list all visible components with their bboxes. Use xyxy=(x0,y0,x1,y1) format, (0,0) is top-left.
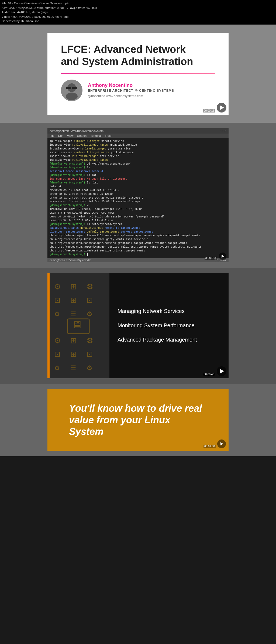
course-title: LFCE: Advanced Network and System Admini… xyxy=(61,43,215,68)
svg-point-2 xyxy=(66,93,78,100)
svg-text:🖥: 🖥 xyxy=(72,319,82,330)
play-button-4[interactable] xyxy=(217,439,226,448)
meta-audio: Audio: aac, 44100 Hz, stereo (eng) xyxy=(2,10,274,15)
play-icon-3 xyxy=(220,369,224,373)
frame-4: You'll know how to drive real value from… xyxy=(47,389,229,451)
terminal-status-path: demo@server0:/var/run/systemd/c... xyxy=(50,259,93,262)
timecode-1: 00:00:16 xyxy=(203,109,215,113)
play-icon-2 xyxy=(222,255,224,258)
terminal-body: iputils.target runlevel1.target xinetd.s… xyxy=(47,138,229,258)
timecode-2: 00:00:36 xyxy=(205,257,217,260)
svg-text:⚙: ⚙ xyxy=(54,310,60,318)
frame-4-headline: You'll know how to drive real value from… xyxy=(69,403,207,438)
frame-3-container: ⚙ ⊞ ⚙ ⊡ ⊞ ⊡ ⚙ ☰ ⚙ 🖥 ⚙ ⊞ ⚙ ⊡ ⊞ ⊡ ⚙ ☰ ⚙ xyxy=(0,268,276,384)
terminal-statusbar: demo@server0:/var/run/systemd/c... 1 1,6… xyxy=(47,258,229,262)
bullet-2: Monitoring System Performance xyxy=(118,322,220,329)
svg-text:⚙: ⚙ xyxy=(87,310,92,318)
svg-rect-4 xyxy=(72,87,77,89)
frame-2-container: demo@serverO:/var/run/systemd/system − □… xyxy=(0,123,276,268)
terminal-menubar[interactable]: File Edit View Search Terminal Help xyxy=(47,134,229,138)
svg-text:⊞: ⊞ xyxy=(70,350,77,358)
metadata-bar: File: 01 - Course Overview - Course Over… xyxy=(0,0,276,25)
menu-file[interactable]: File xyxy=(50,134,54,137)
svg-text:⚙: ⚙ xyxy=(54,282,61,291)
svg-text:⚙: ⚙ xyxy=(54,364,60,372)
frame-4-container: You'll know how to drive real value from… xyxy=(0,384,276,456)
avatar xyxy=(61,80,82,101)
author-social: @nocentino www.centinosystems.com xyxy=(88,94,174,98)
play-button-1[interactable] xyxy=(217,103,226,113)
svg-text:⊡: ⊡ xyxy=(54,296,60,304)
frame-2-terminal: demo@serverO:/var/run/systemd/system − □… xyxy=(47,128,229,262)
menu-view[interactable]: View xyxy=(67,134,74,137)
svg-text:☰: ☰ xyxy=(70,364,76,372)
svg-text:⊡: ⊡ xyxy=(87,350,93,358)
bullet-3: Advanced Package Management xyxy=(118,337,220,343)
frame-1: LFCE: Advanced Network and System Admini… xyxy=(47,33,229,115)
svg-text:⚙: ⚙ xyxy=(54,336,61,345)
play-icon-1 xyxy=(220,105,224,110)
title-divider xyxy=(61,73,215,74)
menu-help[interactable]: Help xyxy=(105,134,112,137)
frame-3-illustration: ⚙ ⊞ ⚙ ⊡ ⊞ ⊡ ⚙ ☰ ⚙ 🖥 ⚙ ⊞ ⚙ ⊡ ⊞ ⊡ ⚙ ☰ ⚙ xyxy=(47,273,109,378)
frame-3: ⚙ ⊞ ⚙ ⊡ ⊞ ⊡ ⚙ ☰ ⚙ 🖥 ⚙ ⊞ ⚙ ⊡ ⊞ ⊡ ⚙ ☰ ⚙ xyxy=(47,273,229,378)
author-name: Anthony Nocentino xyxy=(88,83,174,88)
play-icon-4 xyxy=(220,442,223,445)
terminal-controls: − □ × xyxy=(219,129,226,132)
svg-text:⚙: ⚙ xyxy=(87,364,92,372)
svg-text:⊡: ⊡ xyxy=(87,296,93,304)
timecode-3: 00:00:46 xyxy=(203,373,215,376)
author-section: Anthony Nocentino ENTERPRISE ARCHITECT @… xyxy=(61,80,215,101)
terminal-titlebar: demo@serverO:/var/run/systemd/system − □… xyxy=(47,128,229,134)
svg-text:⊞: ⊞ xyxy=(70,282,77,291)
meta-size: Size: 3437578 bytes (3.28 MiB), duration… xyxy=(2,6,274,10)
svg-text:⊞: ⊞ xyxy=(70,296,77,304)
meta-filename: File: 01 - Course Overview - Course Over… xyxy=(2,1,274,6)
svg-text:⚙: ⚙ xyxy=(87,282,93,291)
author-info: Anthony Nocentino ENTERPRISE ARCHITECT @… xyxy=(88,83,174,98)
terminal-title: demo@serverO:/var/run/systemd/system xyxy=(50,129,104,132)
menu-search[interactable]: Search xyxy=(77,134,87,137)
frame-1-container: LFCE: Advanced Network and System Admini… xyxy=(0,25,276,123)
menu-terminal[interactable]: Terminal xyxy=(90,134,102,137)
svg-text:☰: ☰ xyxy=(70,310,76,318)
play-button-2[interactable] xyxy=(219,253,226,260)
meta-generated: Generated by Thumbnail me xyxy=(2,19,274,23)
frame-3-bullets: Managing Network Services Monitoring Sys… xyxy=(109,273,229,378)
meta-video: Video: h264, yuv420p, 1280x720, 30.00 fp… xyxy=(2,15,274,19)
svg-rect-3 xyxy=(66,87,71,89)
svg-text:⊞: ⊞ xyxy=(70,336,77,345)
menu-edit[interactable]: Edit xyxy=(58,134,63,137)
play-button-3[interactable] xyxy=(217,366,226,376)
bullet-1: Managing Network Services xyxy=(118,308,220,314)
timecode-4: 00:01:00 xyxy=(203,445,216,448)
svg-text:⊡: ⊡ xyxy=(54,350,60,358)
svg-text:⚙: ⚙ xyxy=(87,336,93,345)
author-job-title: ENTERPRISE ARCHITECT @ CENTINO SYSTEMS xyxy=(88,89,174,93)
